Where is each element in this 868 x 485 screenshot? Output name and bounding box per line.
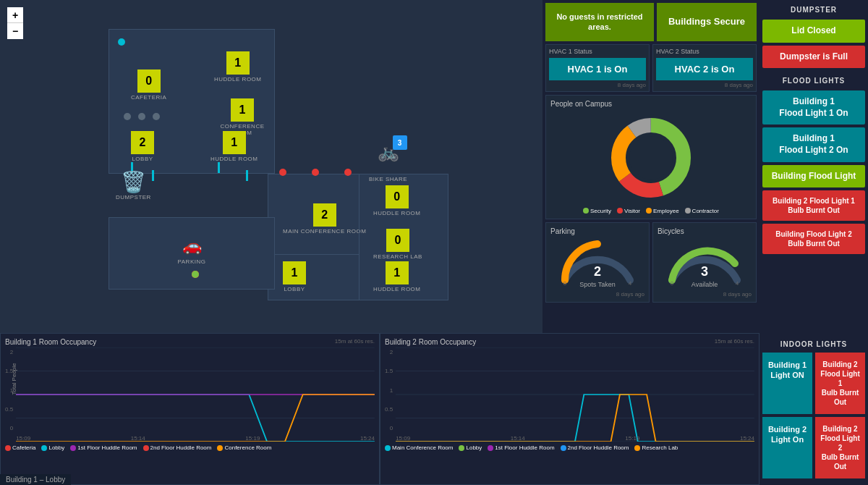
legend-label-contractor: Contractor <box>692 208 719 214</box>
y-axis-b2: 2 1.5 1 0.5 0 <box>385 347 396 442</box>
bike-share-label: BIKE SHARE <box>369 176 407 182</box>
dumpster-area: 🗑️ DUMPSTER <box>116 170 151 201</box>
dot-gray-2 <box>138 113 145 120</box>
parking-label: PARKING <box>178 258 206 265</box>
building-1: 0 CAFETERIA 1 HUDDLE ROOM 1 CONFERENCE R… <box>109 29 275 174</box>
room-huddle1: 1 HUDDLE ROOM <box>214 51 262 83</box>
legend-research-lab: Research Lab <box>634 444 678 451</box>
chart-b2-res: 15m at 60s res. <box>715 338 754 345</box>
legend-label-lobby-b2: Lobby <box>466 444 482 451</box>
parking-time: 8 days ago <box>550 291 644 298</box>
indoor-card-b2-flood1: Building 2 Flood Light 1 Bulb Burnt Out <box>815 353 865 414</box>
map-container: + − 0 CAFETERIA 1 HUDDLE ROOM 1 CONFER <box>0 0 542 333</box>
room-cafeteria-label: CAFETERIA <box>131 94 166 101</box>
hvac-row: HVAC 1 Status HVAC 1 is On 8 days ago HV… <box>545 44 757 92</box>
chart-b1-area: 2 1.5 1 0.5 0 <box>5 347 375 442</box>
gauge-row: Parking 2 0 4 Spots Taken 8 days ago <box>545 222 757 303</box>
dot-red-3 <box>344 169 352 176</box>
hvac2-card: HVAC 2 Status HVAC 2 is On 8 days ago <box>652 44 757 92</box>
alert-buildings-secure: Buildings Secure <box>657 3 757 41</box>
y2-label-1: 1 <box>385 387 393 394</box>
legend-label-2nd-huddle-b2: 2nd Floor Huddle Room <box>568 444 629 451</box>
donut-wrap <box>550 111 752 205</box>
legend-label-visitor: Visitor <box>624 208 640 214</box>
room-huddle-b2-1-badge: 0 <box>386 185 409 208</box>
donut-chart <box>604 111 698 205</box>
x-label-1514: 15:14 <box>131 435 145 442</box>
room-main-conf: 2 MAIN CONFERENCE ROOM <box>283 203 366 235</box>
room-lobby-b2: 1 LOBBY <box>283 261 306 292</box>
hvac2-title: HVAC 2 Status <box>656 48 753 55</box>
parking-sub: Spots Taken <box>579 281 615 288</box>
x2-label-1524: 15:24 <box>740 435 754 442</box>
flood-light-card-2: Building 1 Flood Light 2 On <box>762 127 865 161</box>
legend-dot-1st-huddle <box>70 445 76 451</box>
chart-building2: Building 2 Room Occupancy 15m at 60s res… <box>380 333 760 485</box>
legend-dot-conf-room <box>217 445 223 451</box>
legend-1st-huddle-b2: 1st Floor Huddle Room <box>488 444 554 451</box>
room-huddle2-badge: 1 <box>223 131 246 154</box>
legend-label-2nd-huddle: 2nd Floor Huddle Room <box>150 444 212 451</box>
connector-teal-2 <box>246 170 248 181</box>
chart-b1-title: Building 1 Room Occupancy <box>5 338 375 346</box>
x-axis-b2: 15:09 15:14 15:19 15:24 <box>396 435 754 442</box>
chart-b2-area: 2 1.5 1 0.5 0 <box>385 347 754 442</box>
indoor-card-b1-light: Building 1 Light ON <box>762 353 812 414</box>
dumpster-full-card: Dumpster is Full <box>762 46 865 69</box>
middle-panel: No guests in restricted areas. Buildings… <box>542 0 760 333</box>
legend-label-lobby-b1: Lobby <box>48 444 64 451</box>
room-research-label: RESEARCH LAB <box>373 253 422 260</box>
room-huddle-b2-1: 0 HUDDLE ROOM <box>373 185 421 216</box>
chart-b1-legend: Cafeteria Lobby 1st Floor Huddle Room 2n… <box>5 444 375 451</box>
flood-light-card-3: Building Flood Light <box>762 165 865 188</box>
dot-gray-3 <box>153 113 160 120</box>
legend-label-1st-huddle: 1st Floor Huddle Room <box>77 444 137 451</box>
legend-dot-2nd-huddle <box>143 445 149 451</box>
legend-dot-cafeteria <box>5 445 11 451</box>
legend-conf-room: Conference Room <box>217 444 271 451</box>
room-research-badge: 0 <box>386 229 409 252</box>
legend-dot-research-lab <box>634 445 640 451</box>
chart-building1: Building 1 Room Occupancy 15m at 60s res… <box>0 333 380 485</box>
chart-b1-res: 15m at 60s res. <box>335 338 375 345</box>
svg-text:4: 4 <box>736 280 739 285</box>
room-huddle1-label: HUDDLE ROOM <box>214 76 262 83</box>
divider-v-b2 <box>359 174 359 300</box>
people-chart-section: People on Campus Secu <box>545 95 757 219</box>
parking-gauge-svg-wrap: 2 0 4 Spots Taken <box>550 238 644 288</box>
legend-dot-1st-huddle-b2 <box>488 445 493 451</box>
chart-b2-svg <box>396 347 754 442</box>
room-huddle-b2-2: 1 HUDDLE ROOM <box>373 261 421 292</box>
map-area: + − 0 CAFETERIA 1 HUDDLE ROOM 1 CONFER <box>0 0 542 333</box>
legend-lobby-b2: Lobby <box>459 444 482 451</box>
room-huddle1-badge: 1 <box>226 51 250 75</box>
room-lobby-b1: 2 LOBBY <box>131 131 154 162</box>
parking-gauge-title: Parking <box>550 227 644 235</box>
bicycles-time: 8 days ago <box>658 291 752 298</box>
legend-contractor: Contractor <box>685 208 719 214</box>
dot-teal-b1 <box>118 38 125 46</box>
legend-label-cafeteria: Cafeteria <box>12 444 35 451</box>
svg-text:2: 2 <box>594 264 601 279</box>
building-2: 2 MAIN CONFERENCE ROOM 0 HUDDLE ROOM 0 R… <box>268 174 448 300</box>
x-axis-b1: 15:09 15:14 15:19 15:24 <box>16 435 375 442</box>
svg-text:3: 3 <box>701 264 708 279</box>
parking-icon: 🚗 <box>182 237 202 256</box>
x2-label-1509: 15:09 <box>396 435 410 442</box>
legend-dot-contractor <box>685 208 691 214</box>
room-lobby-b2-label: LOBBY <box>284 286 305 292</box>
room-huddle2: 1 HUDDLE ROOM <box>210 131 258 162</box>
dumpster-lid-card: Lid Closed <box>762 20 865 43</box>
zoom-controls: + − <box>7 7 23 39</box>
legend-dot-employee <box>646 208 652 214</box>
room-research: 0 RESEARCH LAB <box>373 229 422 260</box>
chart-b2-legend: Main Conference Room Lobby 1st Floor Hud… <box>385 444 754 451</box>
indoor-card-row-1: Building 1 Light ON Building 2 Flood Lig… <box>762 353 865 414</box>
footer: Building 1 – Lobby <box>0 474 71 485</box>
zoom-out-button[interactable]: − <box>7 23 23 39</box>
zoom-in-button[interactable]: + <box>7 7 23 23</box>
room-huddle-b2-2-badge: 1 <box>386 261 409 284</box>
chart-b2-plot: 15:09 15:14 15:19 15:24 <box>396 347 754 442</box>
chart-b1-svg <box>16 347 375 442</box>
room-lobby-b2-badge: 1 <box>283 261 306 284</box>
